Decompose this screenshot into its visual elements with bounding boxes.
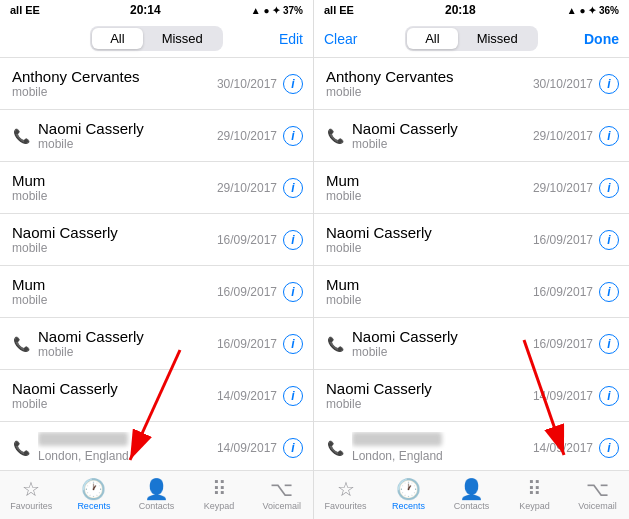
call-date: 16/09/2017	[533, 285, 593, 299]
tab-bar-right: ☆ Favourites 🕐 Recents 👤 Contacts ⠿ Keyp…	[314, 470, 629, 519]
call-type: mobile	[326, 85, 533, 99]
call-name: Mum	[12, 276, 217, 293]
tab-label: Keypad	[204, 501, 235, 511]
recents-icon: 🕐	[81, 479, 106, 499]
call-info: Naomi Casserly mobile	[326, 380, 533, 411]
call-item-inner: London, England 14/09/2017 i	[38, 432, 303, 463]
call-item-inner: Naomi Casserly mobile 16/09/2017 i	[326, 224, 619, 255]
call-item: 📞 Naomi Casserly mobile 16/09/2017 i	[314, 318, 629, 370]
call-name: Naomi Casserly	[352, 328, 533, 345]
info-button[interactable]: i	[599, 230, 619, 250]
star-icon: ☆	[337, 479, 355, 499]
call-item-inner: Mum mobile 29/10/2017 i	[326, 172, 619, 203]
tab-keypad-right[interactable]: ⠿ Keypad	[503, 479, 566, 511]
call-type: mobile	[12, 293, 217, 307]
voicemail-icon: ⌥	[270, 479, 293, 499]
tab-favourites-left[interactable]: ☆ Favourites	[0, 479, 63, 511]
info-button[interactable]: i	[599, 334, 619, 354]
tab-contacts-right[interactable]: 👤 Contacts	[440, 479, 503, 511]
edit-button-left[interactable]: Edit	[279, 31, 303, 47]
call-item: 📞 London, England 14/09/2017 i	[0, 422, 313, 470]
time-right: 20:18	[445, 3, 476, 17]
info-button[interactable]: i	[283, 282, 303, 302]
call-name-blurred	[38, 432, 217, 449]
tab-bar-left: ☆ Favourites 🕐 Recents 👤 Contacts ⠿ Keyp…	[0, 470, 313, 519]
tab-voicemail-left[interactable]: ⌥ Voicemail	[250, 479, 313, 511]
info-button[interactable]: i	[283, 126, 303, 146]
call-type: mobile	[326, 241, 533, 255]
call-item: Naomi Casserly mobile 14/09/2017 i	[0, 370, 313, 422]
call-list-right: Anthony Cervantes mobile 30/10/2017 i 📞 …	[314, 58, 629, 470]
tab-label: Favourites	[324, 501, 366, 511]
icons-right: ▲ ● ✦ 36%	[567, 5, 619, 16]
tab-keypad-left[interactable]: ⠿ Keypad	[188, 479, 251, 511]
call-name: Mum	[12, 172, 217, 189]
call-info: Naomi Casserly mobile	[12, 380, 217, 411]
clear-button[interactable]: Clear	[324, 31, 357, 47]
all-tab-right[interactable]: All	[407, 28, 457, 49]
call-item-inner: Naomi Casserly mobile 16/09/2017 i	[38, 328, 303, 359]
info-button[interactable]: i	[283, 386, 303, 406]
info-button[interactable]: i	[283, 178, 303, 198]
call-date: 16/09/2017	[217, 285, 277, 299]
info-button[interactable]: i	[599, 74, 619, 94]
done-button[interactable]: Done	[584, 31, 619, 47]
tab-recents-right[interactable]: 🕐 Recents	[377, 479, 440, 511]
missed-tab-right[interactable]: Missed	[459, 28, 536, 49]
missed-tab-left[interactable]: Missed	[144, 28, 221, 49]
call-item: Anthony Cervantes mobile 30/10/2017 i	[314, 58, 629, 110]
info-button[interactable]: i	[283, 438, 303, 458]
call-item-inner: Naomi Casserly mobile 14/09/2017 i	[326, 380, 619, 411]
seg-control-left: All Missed	[90, 26, 223, 51]
info-button[interactable]: i	[599, 438, 619, 458]
call-item: 📞 London, England 14/09/2017 i	[314, 422, 629, 470]
info-button[interactable]: i	[599, 282, 619, 302]
call-type: mobile	[352, 345, 533, 359]
left-panel: all EE 20:14 ▲ ● ✦ 37% All Missed Edit A…	[0, 0, 314, 519]
call-type: mobile	[12, 241, 217, 255]
call-info: London, England	[38, 432, 217, 463]
info-button[interactable]: i	[283, 334, 303, 354]
info-button[interactable]: i	[283, 74, 303, 94]
call-info: Mum mobile	[326, 172, 533, 203]
call-date: 14/09/2017	[217, 441, 277, 455]
contacts-icon: 👤	[144, 479, 169, 499]
call-type: mobile	[12, 85, 217, 99]
contacts-icon: 👤	[459, 479, 484, 499]
call-item: Naomi Casserly mobile 16/09/2017 i	[314, 214, 629, 266]
tab-favourites-right[interactable]: ☆ Favourites	[314, 479, 377, 511]
all-tab-left[interactable]: All	[92, 28, 142, 49]
icons-left: ▲ ● ✦ 37%	[251, 5, 303, 16]
blurred-text	[38, 432, 128, 446]
call-date: 30/10/2017	[533, 77, 593, 91]
info-button[interactable]: i	[283, 230, 303, 250]
call-item-inner: Naomi Casserly mobile 29/10/2017 i	[38, 120, 303, 151]
call-info: Naomi Casserly mobile	[12, 224, 217, 255]
call-item-inner: Naomi Casserly mobile 16/09/2017 i	[352, 328, 619, 359]
info-button[interactable]: i	[599, 386, 619, 406]
call-item-inner: Mum mobile 16/09/2017 i	[12, 276, 303, 307]
incoming-call-icon: 📞	[326, 440, 344, 456]
call-item: Anthony Cervantes mobile 30/10/2017 i	[0, 58, 313, 110]
call-item-inner: Anthony Cervantes mobile 30/10/2017 i	[12, 68, 303, 99]
tab-voicemail-right[interactable]: ⌥ Voicemail	[566, 479, 629, 511]
call-item: Naomi Casserly mobile 14/09/2017 i	[314, 370, 629, 422]
call-name: Naomi Casserly	[352, 120, 533, 137]
call-info: Naomi Casserly mobile	[38, 328, 217, 359]
call-date: 16/09/2017	[217, 233, 277, 247]
tab-recents-left[interactable]: 🕐 Recents	[63, 479, 126, 511]
call-name: Mum	[326, 172, 533, 189]
info-button[interactable]: i	[599, 178, 619, 198]
call-item: Mum mobile 16/09/2017 i	[314, 266, 629, 318]
tab-contacts-left[interactable]: 👤 Contacts	[125, 479, 188, 511]
incoming-call-icon: 📞	[326, 128, 344, 144]
call-date: 14/09/2017	[217, 389, 277, 403]
status-bar-right: all EE 20:18 ▲ ● ✦ 36%	[314, 0, 629, 20]
call-name: Naomi Casserly	[38, 120, 217, 137]
incoming-call-icon: 📞	[326, 336, 344, 352]
recents-icon: 🕐	[396, 479, 421, 499]
info-button[interactable]: i	[599, 126, 619, 146]
tab-label: Recents	[77, 501, 110, 511]
call-item-inner: London, England 14/09/2017 i	[352, 432, 619, 463]
tab-label: Contacts	[454, 501, 490, 511]
